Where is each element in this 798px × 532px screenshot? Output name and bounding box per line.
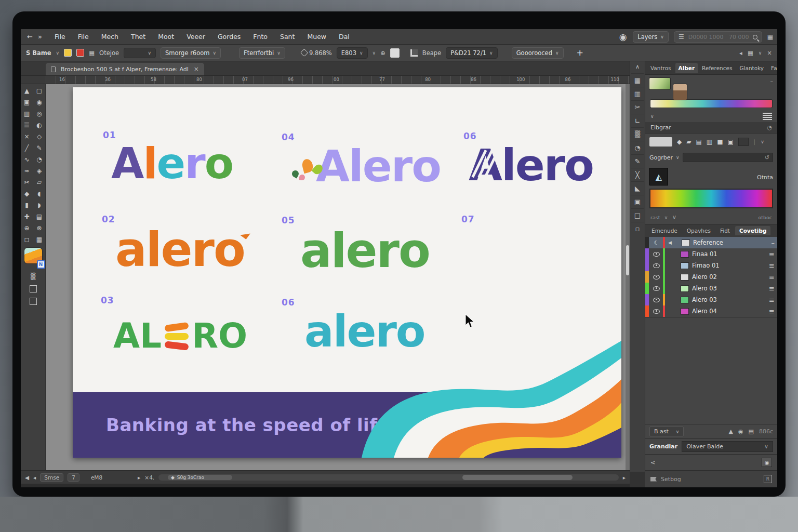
chevron-down-icon[interactable]: ∨	[650, 114, 654, 119]
next-arrow-icon[interactable]: ▸	[623, 474, 626, 481]
scrollbar-thumb-2[interactable]	[462, 475, 573, 480]
layer-row-0[interactable]: ☾◀Reference–	[649, 237, 777, 248]
scrollbar-segment[interactable]: ◆ S0g 3oCrao	[168, 475, 232, 480]
chevron-down-icon[interactable]: ∨	[672, 214, 676, 221]
layer-handle-icon[interactable]: ≡	[769, 273, 774, 281]
panel-tab-2[interactable]: References	[699, 63, 735, 73]
tool-icon-11[interactable]: ✎	[34, 142, 45, 153]
transform-icon[interactable]: ⊕	[380, 49, 385, 57]
layer-row-1[interactable]: Finaa 01≡	[649, 248, 777, 260]
panel-tab-3[interactable]: Glantoky	[736, 63, 767, 73]
edit-toolbar-icon[interactable]	[30, 298, 37, 305]
layer-handle-icon[interactable]: ≡	[769, 285, 774, 292]
layer-name[interactable]: Alero 02	[692, 273, 717, 281]
layers-tab-0[interactable]: Emenude	[647, 226, 682, 235]
gear-icon[interactable]: ◔	[767, 124, 772, 131]
panel-tab-1[interactable]: Alber	[675, 63, 698, 73]
panel-icon-11[interactable]: ▫	[631, 222, 644, 235]
rotate-icon[interactable]: ◉	[738, 428, 743, 435]
menu-item-2[interactable]: Mech	[96, 31, 124, 43]
appearance-icon-0[interactable]: ◆	[677, 138, 682, 145]
style-dropdown[interactable]: Smorge r6oom ∨	[161, 47, 221, 59]
pastel-gradient-bar[interactable]	[650, 100, 772, 108]
forward-icon[interactable]: »	[38, 33, 42, 41]
play-icon[interactable]: ▸	[138, 474, 140, 481]
layer-swatch[interactable]	[681, 285, 689, 292]
canvas-area[interactable]: 01 Alero 04 Alero 06 Alero 02 alero 05	[46, 84, 630, 470]
tool-icon-2[interactable]: ▣	[21, 97, 33, 108]
fill-stroke-widget[interactable]: N	[24, 248, 42, 263]
chevron-down-icon[interactable]: ∨	[761, 139, 764, 144]
tool-icon-4[interactable]: ▥	[21, 108, 33, 119]
tool-icon-23[interactable]: ▤	[34, 211, 45, 222]
expand-triangle-icon[interactable]: ◀	[668, 240, 673, 245]
appearance-icon-4[interactable]: ■	[717, 138, 723, 145]
draw-mode-icon[interactable]: ▒	[31, 273, 35, 280]
tool-icon-22[interactable]: ✚	[21, 211, 33, 222]
settings-label[interactable]: Setbog	[661, 476, 681, 483]
logo-cell-02[interactable]: 02 alero	[102, 214, 245, 273]
elements-header-label[interactable]: Elbgrar	[650, 124, 671, 131]
tool-icon-14[interactable]: ≈	[21, 165, 33, 176]
layer-swatch[interactable]	[681, 274, 689, 281]
tool-icon-18[interactable]: ◆	[21, 188, 33, 199]
tool-icon-9[interactable]: ◇	[34, 131, 45, 142]
color-guide-field[interactable]: Olaver Balde ∨	[682, 441, 773, 452]
panel-icon-6[interactable]: ✎	[631, 154, 644, 168]
fill-color-swatch[interactable]	[64, 49, 72, 57]
layer-swatch[interactable]	[681, 297, 689, 303]
artboard[interactable]: 01 Alero 04 Alero 06 Alero 02 alero 05	[73, 87, 621, 458]
layer-name[interactable]: Fimao 01	[692, 262, 720, 269]
panel-icon-7[interactable]: ╳	[631, 168, 644, 181]
visibility-eye-icon[interactable]	[653, 275, 660, 280]
logo-cell-01[interactable]: 01 Alero	[103, 130, 233, 185]
add-icon[interactable]: +	[577, 48, 583, 58]
panel-icon-10[interactable]: □	[631, 208, 644, 222]
layer-swatch[interactable]	[681, 262, 689, 269]
visibility-eye-icon[interactable]	[653, 309, 660, 314]
layers-tab-3[interactable]: Covetibg	[735, 226, 771, 235]
panel-icon-0[interactable]: ▦	[631, 73, 644, 87]
menu-item-0[interactable]: File	[49, 31, 71, 43]
logo-02[interactable]: alero	[115, 227, 245, 273]
logo-05[interactable]: alero	[300, 228, 430, 274]
tool-icon-1[interactable]: ▢	[34, 85, 45, 96]
gradient-field[interactable]: ↺	[683, 153, 773, 162]
panel-icon-2[interactable]: ✂	[631, 100, 644, 114]
search-icon[interactable]	[753, 35, 757, 39]
menu-item-5[interactable]: Veeer	[181, 31, 210, 43]
layer-name[interactable]: Alero 03	[692, 285, 717, 292]
chevron-down-icon[interactable]: ∨	[373, 50, 376, 56]
preset-label[interactable]: S Bame	[26, 49, 51, 57]
appearance-icon-1[interactable]: ▰	[686, 138, 691, 145]
menu-item-6[interactable]: Gordes	[212, 31, 246, 43]
tool-icon-25[interactable]: ⊗	[34, 222, 45, 233]
back-icon[interactable]: ←	[27, 33, 33, 41]
layer-handle-icon[interactable]: ≡	[769, 250, 774, 258]
layer-name[interactable]: Alero 03	[692, 296, 717, 303]
stroke-color-swatch[interactable]	[76, 49, 84, 57]
layers-tab-2[interactable]: Fidt	[716, 226, 734, 235]
tool-icon-15[interactable]: ◈	[34, 165, 45, 176]
layer-handle-icon[interactable]: ≡	[769, 262, 774, 270]
tool-icon-3[interactable]: ◉	[34, 97, 45, 108]
menu-item-1[interactable]: File	[73, 31, 94, 43]
tool-icon-17[interactable]: ▱	[34, 177, 45, 188]
brush-thumbnail[interactable]: ◭	[649, 168, 668, 185]
logo-01[interactable]: Alero	[111, 142, 233, 185]
menu-item-7[interactable]: Fnto	[248, 31, 273, 43]
stack-icon[interactable]: ▦	[89, 49, 95, 57]
tool-icon-26[interactable]: ◻	[21, 234, 33, 245]
visibility-eye-icon[interactable]	[653, 252, 660, 257]
tool-icon-21[interactable]: ◗	[34, 200, 45, 210]
close-tab-icon[interactable]: ×	[194, 65, 199, 73]
tool-icon-12[interactable]: ∿	[21, 154, 33, 165]
menu-item-3[interactable]: Thet	[126, 31, 151, 43]
panel-icon-5[interactable]: ◔	[631, 141, 644, 154]
zoom-level-box[interactable]: Smse	[40, 473, 63, 482]
layers-tab-1[interactable]: Opavhes	[683, 226, 715, 235]
collapse-panels-icon[interactable]: ∧	[635, 63, 640, 70]
portrait-thumbnail[interactable]	[673, 84, 687, 100]
visibility-eye-icon[interactable]	[653, 286, 660, 291]
layer-row-3[interactable]: Alero 02≡	[649, 271, 777, 283]
